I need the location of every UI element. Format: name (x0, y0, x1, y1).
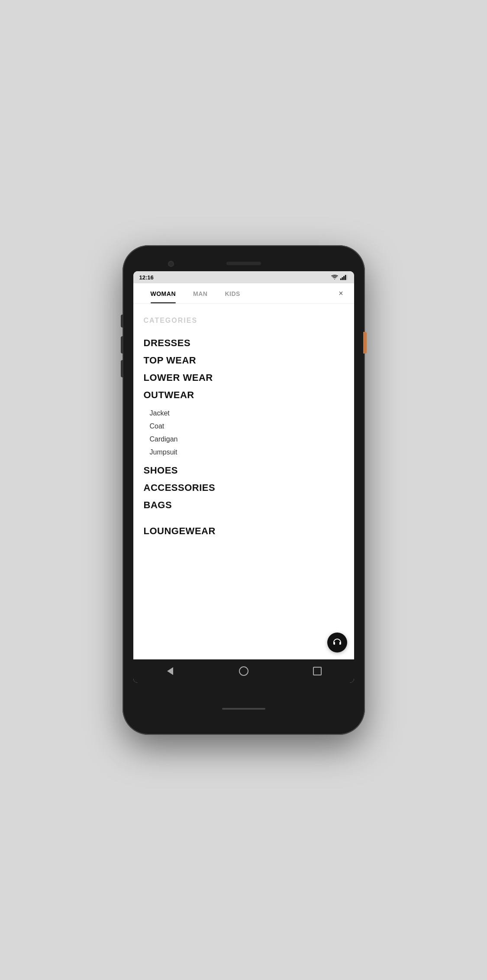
phone-notch (123, 245, 365, 271)
category-outwear[interactable]: OUTWEAR (144, 389, 344, 401)
phone-frame: 12:16 WOMAN (123, 245, 365, 735)
power-button[interactable] (363, 332, 367, 354)
support-fab[interactable] (327, 633, 347, 652)
tab-woman[interactable]: WOMAN (142, 283, 185, 303)
subcategory-cardigan[interactable]: Cardigan (150, 433, 344, 446)
wifi-icon (331, 274, 339, 280)
volume-down-button[interactable] (121, 336, 123, 354)
content-area: CATEGORIES DRESSES TOP WEAR LOWER WEAR O… (133, 304, 354, 659)
subcategory-jacket[interactable]: Jacket (150, 407, 344, 420)
svg-rect-1 (342, 277, 343, 280)
category-accessories[interactable]: ACCESSORIES (144, 482, 344, 493)
svg-rect-4 (346, 275, 348, 280)
svg-rect-0 (340, 279, 342, 280)
tab-bar: WOMAN MAN KIDS × (133, 283, 354, 304)
svg-rect-3 (345, 275, 346, 280)
subcategory-coat[interactable]: Coat (150, 420, 344, 433)
outwear-subcategories: Jacket Coat Cardigan Jumpsuit (144, 407, 344, 459)
recent-apps-button[interactable] (311, 665, 324, 678)
status-bar: 12:16 (133, 271, 354, 283)
close-button[interactable]: × (335, 287, 347, 299)
camera (168, 261, 174, 267)
tab-kids[interactable]: KIDS (216, 283, 248, 303)
tab-man[interactable]: MAN (184, 283, 216, 303)
speaker (226, 262, 261, 265)
phone-bottom-bezel (222, 683, 265, 735)
category-dresses[interactable]: DRESSES (144, 337, 344, 349)
category-shoes[interactable]: SHOES (144, 465, 344, 476)
signal-icon (340, 274, 348, 280)
svg-rect-2 (343, 276, 345, 280)
section-spacer (144, 517, 344, 526)
status-time: 12:16 (139, 274, 154, 281)
category-topwear[interactable]: TOP WEAR (144, 355, 344, 366)
bottom-nav (133, 659, 354, 683)
subcategory-jumpsuit[interactable]: Jumpsuit (150, 446, 344, 459)
category-lowerwear[interactable]: LOWER WEAR (144, 372, 344, 383)
category-loungewear[interactable]: LOUNGEWEAR (144, 526, 344, 537)
home-indicator (222, 708, 265, 710)
home-button[interactable] (237, 665, 250, 678)
silent-button[interactable] (121, 360, 123, 377)
screen: 12:16 WOMAN (133, 271, 354, 683)
volume-up-button[interactable] (121, 315, 123, 328)
category-bags[interactable]: BAGS (144, 500, 344, 511)
headset-icon (332, 637, 342, 648)
categories-heading: CATEGORIES (144, 317, 344, 325)
back-button[interactable] (164, 665, 177, 678)
status-icons (331, 274, 348, 280)
